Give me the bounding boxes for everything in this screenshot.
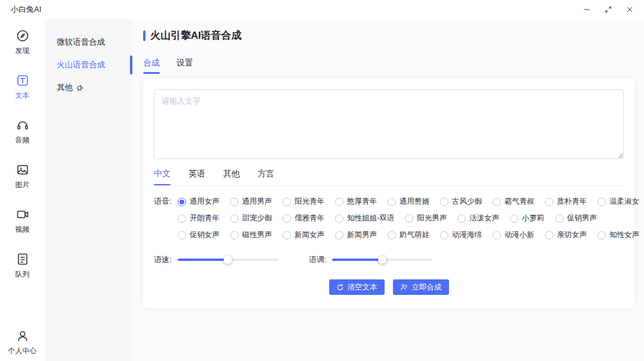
radio-icon [510, 214, 518, 223]
page-header: 火山引擎AI语音合成 [143, 29, 634, 42]
voice-option[interactable]: 小萝莉 [510, 213, 544, 223]
voice-option[interactable]: 甜宠少御 [230, 213, 272, 223]
voice-option[interactable]: 阳光男声 [405, 213, 447, 223]
pitch-label: 语调: [309, 254, 327, 265]
sidebar-item-video[interactable]: 视频 [16, 207, 30, 235]
speed-slider-group: 语速: [154, 254, 278, 265]
tab-synthesize[interactable]: 合成 [143, 58, 160, 74]
radio-icon [335, 198, 343, 206]
voice-option[interactable]: 温柔淑女 [597, 197, 639, 207]
text-input[interactable] [154, 89, 624, 159]
voice-option[interactable]: 知性姐姐-双语 [335, 213, 394, 223]
minimize-icon [583, 5, 591, 14]
submenu-item-other[interactable]: 其他 [45, 76, 132, 99]
voice-option[interactable]: 动漫海绵 [440, 230, 482, 240]
radio-icon [597, 231, 606, 239]
text-icon [16, 73, 30, 88]
sidebar-item-label: 文本 [16, 91, 30, 101]
radio-icon [335, 214, 343, 223]
voice-option[interactable]: 古风少御 [440, 197, 482, 207]
submenu: 微软语音合成 火山语音合成 其他 [45, 19, 132, 361]
voice-row: 通用女声 通用男声 阳光青年 憨厚青年 通用赘婿 古风少御 霸气青叔 质朴青年 … [178, 197, 639, 207]
sidebar-item-profile[interactable]: 个人中心 [8, 329, 37, 356]
sidebar: 发现 文本 音频 图片 视频 队列 个人中心 [0, 19, 45, 361]
minimize-button[interactable] [578, 2, 595, 17]
sidebar-item-text[interactable]: 文本 [16, 73, 30, 101]
slider-fill [332, 259, 382, 261]
radio-icon [388, 231, 396, 239]
divider [154, 185, 624, 186]
sidebar-item-image[interactable]: 图片 [16, 163, 30, 190]
maximize-button[interactable] [600, 2, 617, 17]
voice-option[interactable]: 憨厚青年 [335, 197, 377, 207]
speed-slider[interactable] [178, 255, 278, 264]
voice-option[interactable]: 儒雅青年 [283, 213, 324, 223]
slider-thumb[interactable] [224, 256, 232, 264]
clear-icon [336, 284, 344, 291]
voice-option[interactable]: 通用女声 [178, 197, 219, 207]
pitch-slider[interactable] [332, 255, 432, 264]
sliders-row: 语速: 语调: [154, 254, 624, 265]
radio-icon [230, 198, 239, 206]
voice-option[interactable]: 阳光青年 [283, 197, 324, 207]
close-button[interactable] [621, 2, 638, 17]
tab-settings[interactable]: 设置 [177, 58, 193, 74]
sidebar-item-queue[interactable]: 队列 [16, 252, 30, 279]
main-content: 火山引擎AI语音合成 合成 设置 中文 英语 其他 方言 语音: 通用女声 通用… [132, 19, 644, 361]
radio-icon [493, 198, 501, 206]
voice-option[interactable]: 霸气青叔 [493, 197, 534, 207]
voice-option[interactable]: 质朴青年 [545, 197, 587, 207]
radio-icon [457, 214, 466, 223]
voice-option[interactable]: 活泼女声 [457, 213, 499, 223]
voice-rows: 通用女声 通用男声 阳光青年 憨厚青年 通用赘婿 古风少御 霸气青叔 质朴青年 … [178, 197, 639, 240]
audio-icon [16, 118, 30, 132]
sidebar-item-label: 队列 [16, 269, 30, 279]
clear-text-button[interactable]: 清空文本 [329, 279, 385, 295]
lang-tab-dialect[interactable]: 方言 [258, 169, 274, 185]
voice-section: 语音: 通用女声 通用男声 阳光青年 憨厚青年 通用赘婿 古风少御 霸气青叔 质… [154, 197, 624, 240]
lang-tab-other[interactable]: 其他 [223, 169, 240, 185]
sidebar-item-label: 视频 [16, 225, 30, 235]
submenu-item-microsoft-tts[interactable]: 微软语音合成 [45, 31, 132, 54]
action-buttons: 清空文本 立即合成 [154, 279, 624, 297]
app-title: 小白兔AI [11, 4, 41, 15]
voice-option[interactable]: 促销女声 [178, 230, 219, 240]
voice-row: 开朗青年 甜宠少御 儒雅青年 知性姐姐-双语 阳光男声 活泼女声 小萝莉 促销男… [178, 213, 639, 223]
maximize-icon [604, 5, 612, 14]
title-accent-bar [143, 30, 145, 41]
slider-fill [178, 259, 228, 261]
radio-icon [440, 231, 448, 239]
titlebar: 小白兔AI [0, 0, 644, 19]
voice-option[interactable]: 新闻女声 [283, 230, 324, 240]
voice-option[interactable]: 新闻男声 [335, 230, 377, 240]
synthesize-button[interactable]: 立即合成 [393, 279, 449, 295]
voice-option[interactable]: 开朗青年 [178, 213, 219, 223]
radio-icon [283, 198, 291, 206]
image-icon [16, 163, 30, 177]
discover-icon [16, 29, 30, 43]
slider-thumb[interactable] [378, 256, 386, 264]
radio-icon [555, 214, 564, 223]
voice-option[interactable]: 亲切女声 [545, 230, 587, 240]
other-badge-icon [76, 84, 84, 92]
lang-tab-english[interactable]: 英语 [188, 169, 205, 185]
app-body: 发现 文本 音频 图片 视频 队列 个人中心 [0, 19, 644, 361]
submenu-item-volcano-tts[interactable]: 火山语音合成 [45, 54, 132, 76]
voice-option[interactable]: 奶气萌娃 [388, 230, 429, 240]
voice-option[interactable]: 动漫小新 [493, 230, 534, 240]
voice-option[interactable]: 知性女声 [597, 230, 639, 240]
voice-option[interactable]: 促销男声 [555, 213, 597, 223]
radio-icon [283, 214, 291, 223]
voice-option[interactable]: 通用男声 [230, 197, 272, 207]
radio-icon [178, 198, 186, 206]
voice-option[interactable]: 通用赘婿 [388, 197, 429, 207]
voice-option[interactable]: 磁性男声 [230, 230, 272, 240]
submenu-item-label: 其他 [57, 82, 73, 93]
radio-icon [597, 198, 606, 206]
window-controls [578, 2, 638, 17]
lang-tab-chinese[interactable]: 中文 [154, 169, 171, 185]
sidebar-item-audio[interactable]: 音频 [16, 118, 30, 145]
language-tabs: 中文 英语 其他 方言 [154, 169, 624, 185]
sidebar-item-discover[interactable]: 发现 [16, 29, 30, 56]
sidebar-item-label: 图片 [16, 180, 30, 190]
